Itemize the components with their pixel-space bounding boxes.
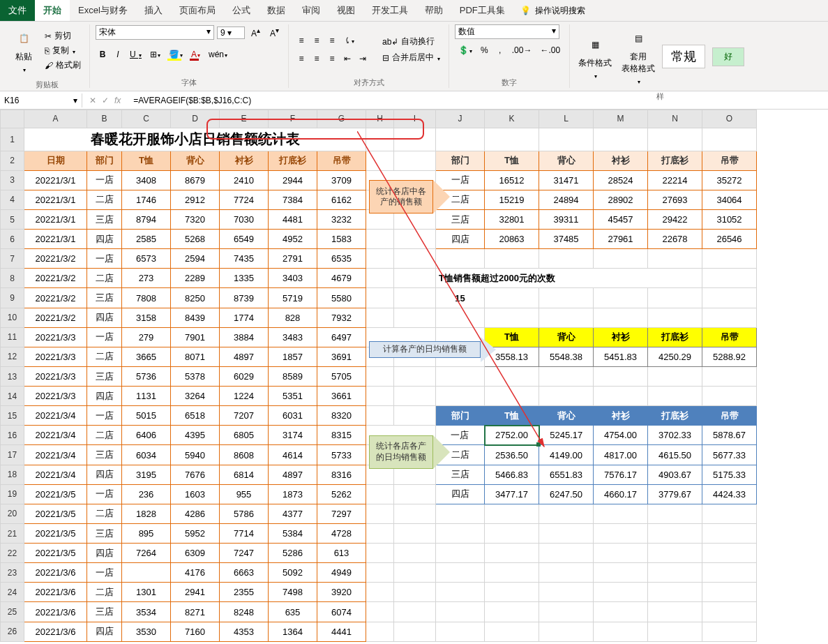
underline-button[interactable]: U — [126, 47, 145, 61]
cell-D16[interactable]: 4395 — [171, 426, 220, 445]
cell-B8[interactable]: 二店 — [87, 269, 122, 288]
cell-O24[interactable] — [702, 583, 757, 602]
cell-B11[interactable]: 一店 — [87, 327, 122, 347]
cell-G25[interactable]: 6074 — [317, 602, 366, 622]
cell-D25[interactable]: 8271 — [171, 602, 220, 622]
cell-K26[interactable] — [485, 622, 539, 641]
cell-G15[interactable]: 8320 — [317, 406, 366, 426]
cell-I15[interactable] — [394, 406, 436, 426]
cell-D11[interactable]: 7901 — [171, 327, 220, 347]
cell-C3[interactable]: 3408 — [122, 170, 171, 190]
cell-B16[interactable]: 二店 — [87, 426, 122, 445]
cell-C16[interactable]: 6406 — [122, 426, 171, 445]
cell-M1[interactable] — [594, 128, 648, 151]
cell-F9[interactable]: 5719 — [269, 288, 317, 308]
cell-M5[interactable]: 45457 — [594, 209, 648, 229]
cell-I22[interactable] — [394, 544, 436, 563]
cell-A6[interactable]: 20221/3/1 — [24, 230, 87, 249]
phonetic-button[interactable]: wén — [205, 47, 231, 61]
cell-M20[interactable] — [594, 504, 648, 523]
col-header-M[interactable]: M — [594, 110, 648, 128]
cell-L4[interactable]: 24894 — [539, 190, 594, 209]
cell-J9[interactable]: 15 — [436, 288, 485, 308]
cell-F16[interactable]: 3174 — [269, 426, 317, 445]
cell-B12[interactable]: 二店 — [87, 347, 122, 366]
cell-A15[interactable]: 20221/3/4 — [24, 406, 87, 426]
cell-K17[interactable]: 2536.50 — [485, 445, 539, 465]
tab-pdf[interactable]: PDF工具集 — [451, 0, 513, 21]
conditional-format-button[interactable]: ▦ 条件格式 — [575, 31, 615, 83]
col-header-K[interactable]: K — [485, 110, 539, 128]
cell-C14[interactable]: 1131 — [122, 387, 171, 406]
cell-B7[interactable]: 一店 — [87, 249, 122, 269]
cell-G20[interactable]: 7297 — [317, 504, 366, 523]
cell-I10[interactable] — [394, 308, 436, 327]
cut-button[interactable]: ✂剪切 — [42, 29, 84, 43]
cell-D9[interactable]: 8250 — [171, 288, 220, 308]
cell-I8[interactable] — [394, 269, 436, 288]
cell-M6[interactable]: 27961 — [594, 230, 648, 249]
cell-F24[interactable]: 7498 — [269, 583, 317, 602]
cell-N17[interactable]: 4615.50 — [648, 445, 702, 465]
cell-O19[interactable]: 4424.33 — [702, 484, 757, 504]
cell-N6[interactable]: 22678 — [648, 230, 702, 249]
cell-E25[interactable]: 8248 — [220, 602, 269, 622]
decrease-decimal-button[interactable]: ←.00 — [536, 43, 564, 57]
cell-A16[interactable]: 20221/3/4 — [24, 426, 87, 445]
cell-F11[interactable]: 3483 — [269, 327, 317, 347]
cell-F23[interactable]: 5092 — [269, 563, 317, 583]
row-header-26[interactable]: 26 — [1, 622, 24, 641]
cell-O21[interactable] — [702, 523, 757, 543]
cell-J26[interactable] — [436, 622, 485, 641]
cell-N19[interactable]: 3779.67 — [648, 484, 702, 504]
cell-L25[interactable] — [539, 602, 594, 622]
cell-A5[interactable]: 20221/3/1 — [24, 209, 87, 229]
cell-G13[interactable]: 5705 — [317, 366, 366, 386]
cell-O12[interactable]: 5288.92 — [702, 347, 757, 366]
cell-I19[interactable] — [394, 484, 436, 504]
cell-L10[interactable] — [539, 308, 594, 327]
cell-B18[interactable]: 四店 — [87, 465, 122, 484]
cell-E26[interactable]: 4353 — [220, 622, 269, 641]
cell-N1[interactable] — [648, 128, 702, 151]
cell-N24[interactable] — [648, 583, 702, 602]
cell-B26[interactable]: 四店 — [87, 622, 122, 641]
cell-K2[interactable]: T恤 — [485, 151, 539, 170]
cell-M21[interactable] — [594, 523, 648, 543]
cell-K14[interactable] — [485, 387, 539, 406]
cell-B22[interactable]: 四店 — [87, 544, 122, 563]
col-header-H[interactable]: H — [366, 110, 394, 128]
cell-F19[interactable]: 1873 — [269, 484, 317, 504]
cell-D14[interactable]: 3264 — [171, 387, 220, 406]
cell-K5[interactable]: 32801 — [485, 209, 539, 229]
cell-E3[interactable]: 2410 — [220, 170, 269, 190]
wrap-text-button[interactable]: ab↲自动换行 — [379, 35, 443, 48]
cell-B4[interactable]: 二店 — [87, 190, 122, 209]
row-header-16[interactable]: 16 — [1, 426, 24, 445]
cell-L17[interactable]: 4149.00 — [539, 445, 594, 465]
col-header-E[interactable]: E — [220, 110, 269, 128]
cell-F2[interactable]: 打底衫 — [269, 151, 317, 170]
cell-O16[interactable]: 5878.67 — [702, 426, 757, 445]
tab-view[interactable]: 视图 — [329, 0, 363, 21]
cell-D6[interactable]: 5268 — [171, 230, 220, 249]
cell-N18[interactable]: 4903.67 — [648, 465, 702, 484]
cell-M26[interactable] — [594, 622, 648, 641]
cell-F25[interactable]: 635 — [269, 602, 317, 622]
cell-O22[interactable] — [702, 544, 757, 563]
cell-B6[interactable]: 四店 — [87, 230, 122, 249]
cell-B14[interactable]: 四店 — [87, 387, 122, 406]
cell-K24[interactable] — [485, 583, 539, 602]
cell-A25[interactable]: 20221/3/6 — [24, 602, 87, 622]
cell-E6[interactable]: 6549 — [220, 230, 269, 249]
cell-E4[interactable]: 7724 — [220, 190, 269, 209]
cell-N4[interactable]: 27693 — [648, 190, 702, 209]
align-left-button[interactable]: ≡ — [294, 52, 308, 66]
cell-N23[interactable] — [648, 563, 702, 583]
cell-A14[interactable]: 20221/3/3 — [24, 387, 87, 406]
cell-I20[interactable] — [394, 504, 436, 523]
row-header-1[interactable]: 1 — [1, 128, 24, 151]
cell-I2[interactable] — [394, 151, 436, 170]
cell-E12[interactable]: 4897 — [220, 347, 269, 366]
tab-dev[interactable]: 开发工具 — [363, 0, 416, 21]
